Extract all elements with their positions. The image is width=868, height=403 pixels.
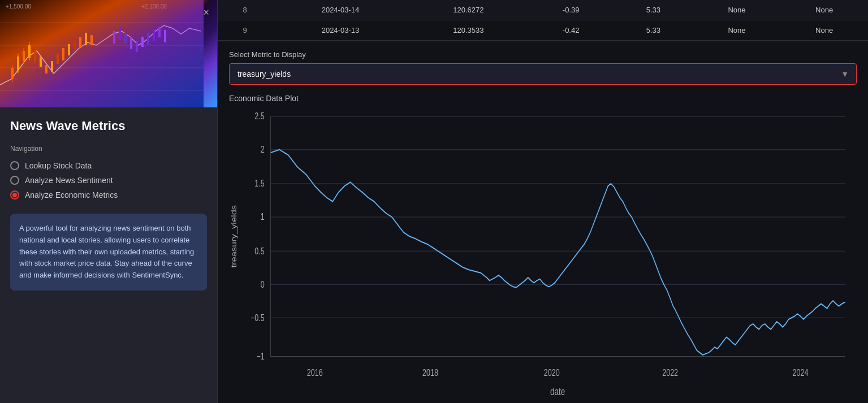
nav-item-lookup[interactable]: Lookup Stock Data — [10, 158, 207, 173]
svg-rect-20 — [68, 44, 70, 55]
svg-rect-15 — [40, 57, 42, 67]
description-box: A powerful tool for analyzing news senti… — [10, 214, 207, 291]
svg-text:+1,500.00: +1,500.00 — [6, 3, 31, 10]
svg-text:date: date — [550, 387, 565, 397]
sidebar-content: News Wave Metrics Navigation Lookup Stoc… — [0, 107, 217, 403]
economic-chart: 2.5 2 1.5 1 0.5 0 −0.5 −1 treasury_yield… — [229, 109, 857, 403]
cell-change-8: -0.39 — [528, 0, 614, 20]
cell-none1-9: None — [693, 20, 781, 41]
metric-select-label: Select Metric to Display — [229, 50, 857, 59]
metric-select-wrapper: treasury_yields gdp inflation unemployme… — [229, 63, 857, 85]
svg-rect-28 — [130, 37, 132, 49]
nav-item-sentiment[interactable]: Analyze News Sentiment — [10, 173, 207, 188]
cell-change-9: -0.42 — [528, 20, 614, 41]
cell-date-9: 2024-03-13 — [272, 20, 408, 41]
svg-rect-26 — [119, 28, 121, 40]
svg-text:+2,100.00: +2,100.00 — [141, 3, 167, 10]
metric-select[interactable]: treasury_yields gdp inflation unemployme… — [229, 63, 857, 85]
cell-none2-8: None — [780, 0, 868, 20]
nav-items: Lookup Stock Data Analyze News Sentiment… — [10, 158, 207, 202]
cell-index-9: 9 — [218, 20, 272, 41]
nav-label: Navigation — [10, 145, 207, 153]
svg-rect-31 — [147, 33, 149, 45]
nav-item-lookup-label: Lookup Stock Data — [25, 161, 92, 170]
cell-price-9: 120.3533 — [409, 20, 528, 41]
radio-economic[interactable] — [10, 190, 19, 200]
cell-yield-9: 5.33 — [614, 20, 693, 41]
svg-text:−0.5: −0.5 — [251, 313, 265, 323]
svg-rect-27 — [124, 33, 127, 43]
svg-text:2: 2 — [261, 145, 265, 155]
svg-rect-22 — [79, 37, 81, 48]
svg-text:2016: 2016 — [307, 367, 323, 378]
svg-rect-33 — [158, 27, 161, 37]
main-content: 8 2024-03-14 120.6272 -0.39 5.33 None No… — [218, 0, 868, 403]
chart-container: 2.5 2 1.5 1 0.5 0 −0.5 −1 treasury_yield… — [229, 109, 857, 403]
svg-rect-21 — [74, 40, 76, 50]
svg-rect-32 — [153, 29, 155, 41]
hero-image: +1,500.00 +2,100.00 — [0, 0, 217, 107]
svg-rect-24 — [90, 35, 93, 45]
svg-rect-17 — [51, 61, 53, 72]
svg-rect-30 — [141, 37, 144, 47]
description-text: A powerful tool for analyzing news senti… — [19, 224, 194, 279]
close-button[interactable]: × — [203, 7, 209, 19]
svg-text:0: 0 — [261, 279, 265, 289]
cell-yield-8: 5.33 — [614, 0, 693, 20]
svg-text:treasury_yields: treasury_yields — [230, 205, 237, 268]
svg-text:2022: 2022 — [662, 367, 678, 378]
svg-rect-18 — [57, 54, 59, 64]
hero-image-placeholder: +1,500.00 +2,100.00 — [0, 0, 217, 107]
svg-text:2018: 2018 — [422, 367, 438, 378]
svg-text:2024: 2024 — [793, 367, 809, 378]
data-table-area: 8 2024-03-14 120.6272 -0.39 5.33 None No… — [218, 0, 868, 41]
radio-lookup[interactable] — [10, 161, 19, 170]
table-row: 9 2024-03-13 120.3533 -0.42 5.33 None No… — [218, 20, 868, 41]
table-row: 8 2024-03-14 120.6272 -0.39 5.33 None No… — [218, 0, 868, 20]
svg-rect-19 — [62, 48, 64, 60]
cell-date-8: 2024-03-14 — [272, 0, 408, 20]
svg-rect-34 — [164, 30, 166, 42]
svg-rect-25 — [113, 31, 115, 44]
svg-rect-16 — [45, 65, 47, 73]
sidebar: × — [0, 0, 218, 403]
cell-none2-9: None — [780, 20, 868, 41]
metric-select-section: Select Metric to Display treasury_yields… — [218, 41, 868, 89]
radio-sentiment[interactable] — [10, 176, 19, 185]
svg-text:0.5: 0.5 — [254, 246, 264, 256]
svg-rect-37 — [270, 116, 845, 357]
svg-text:−1: −1 — [257, 352, 265, 362]
plot-title: Economic Data Plot — [229, 94, 857, 103]
plot-section: Economic Data Plot — [218, 89, 868, 403]
svg-rect-29 — [136, 41, 138, 52]
cell-price-8: 120.6272 — [409, 0, 528, 20]
svg-text:1.5: 1.5 — [254, 179, 264, 189]
data-table: 8 2024-03-14 120.6272 -0.39 5.33 None No… — [218, 0, 868, 41]
nav-item-economic[interactable]: Analyze Economic Metrics — [10, 188, 207, 202]
svg-text:2020: 2020 — [544, 367, 560, 378]
svg-text:1: 1 — [261, 212, 265, 222]
svg-rect-23 — [85, 33, 87, 45]
svg-text:2.5: 2.5 — [254, 111, 264, 122]
cell-none1-8: None — [693, 0, 781, 20]
nav-item-economic-label: Analyze Economic Metrics — [25, 190, 118, 200]
nav-item-sentiment-label: Analyze News Sentiment — [25, 176, 113, 185]
app-title: News Wave Metrics — [10, 119, 207, 133]
cell-index-8: 8 — [218, 0, 272, 20]
